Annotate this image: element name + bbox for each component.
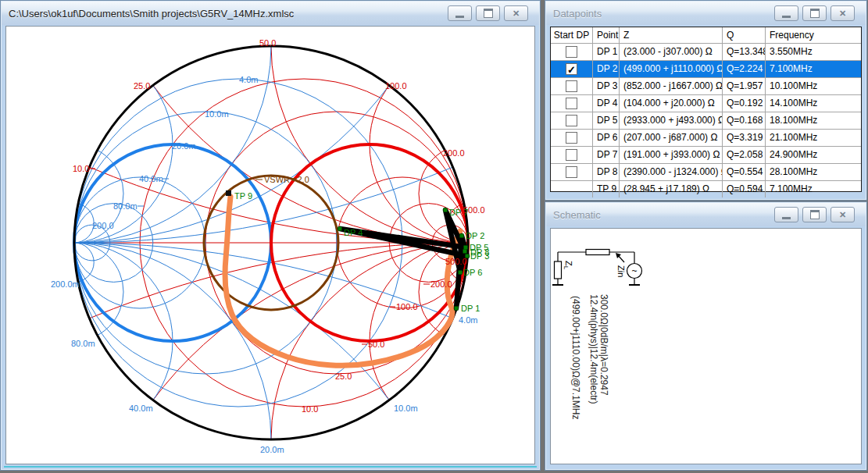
svg-text:100.0: 100.0	[385, 81, 407, 91]
datapoints-window-title: Datapoints	[546, 8, 602, 20]
startdp-checkbox[interactable]	[566, 166, 577, 178]
schematic-window-title: Schematic	[546, 209, 601, 221]
startdp-checkbox[interactable]	[566, 149, 577, 161]
tp9-marker[interactable]	[226, 190, 231, 196]
cell-point: DP 4	[593, 95, 620, 112]
smith-chart-window: C:\Users\ok1uf\Documents\Smith projects\…	[0, 0, 541, 471]
cell-frequency: 21.100MHz	[766, 130, 861, 146]
cell-q: Q=0.554	[723, 164, 766, 180]
tline-parameters-text: 300.0Ω|0dB/m|λ=0.294712.4m(phys)|12.4m(e…	[588, 294, 609, 404]
cell-z: (104.000 + j20.000) Ω	[620, 95, 723, 112]
svg-text:50.0: 50.0	[368, 340, 384, 349]
table-row-tp9[interactable]: TP 9 (28.945 + j17.189) Ω Q=0.594 7.100M…	[551, 181, 861, 197]
cell-point: DP 1	[593, 44, 620, 60]
svg-text:100.0: 100.0	[396, 302, 418, 311]
dp1-marker[interactable]	[455, 307, 459, 311]
cell-frequency: 7.100MHz	[766, 181, 861, 197]
vswr-label: VSWR =2.0	[255, 175, 309, 184]
cell-q: Q=2.224	[723, 61, 766, 77]
svg-text:200.0: 200.0	[443, 148, 465, 158]
startdp-checkbox[interactable]	[566, 132, 577, 144]
svg-text:10.0m: 10.0m	[205, 109, 229, 119]
maximize-icon	[810, 210, 820, 219]
svg-text:40.0m: 40.0m	[139, 174, 163, 183]
column-header-point[interactable]: Point	[593, 27, 620, 43]
startdp-checkbox[interactable]	[566, 98, 577, 109]
cell-frequency: 18.100MHz	[766, 112, 861, 129]
cell-q: Q=2.058	[723, 147, 766, 163]
table-row-dp7[interactable]: DP 7 (191.000 + j393.000) Ω Q=2.058 24.9…	[551, 147, 861, 164]
svg-text:4.0m: 4.0m	[239, 75, 258, 84]
svg-text:80.0m: 80.0m	[71, 339, 95, 348]
svg-text:500.0: 500.0	[445, 257, 467, 266]
cell-point: DP 5	[593, 112, 620, 129]
table-row-dp5[interactable]: DP 5 (2933.000 + j493.000) Ω Q=0.168 18.…	[551, 112, 861, 130]
dp4-marker[interactable]	[338, 227, 342, 231]
table-row-dp1[interactable]: DP 1 (23.000 - j307.000) Ω Q=13.348 3.55…	[551, 44, 861, 61]
maximize-icon	[484, 9, 493, 18]
column-header-q[interactable]: Q	[723, 27, 766, 43]
cell-frequency: 28.100MHz	[766, 164, 861, 180]
startdp-checkbox[interactable]	[566, 46, 577, 58]
close-button[interactable]: ✕	[830, 207, 855, 222]
column-header-z[interactable]: Z	[620, 27, 723, 43]
impedance-labels: 10.0 25.0 50.0 100.0 200.0 500.0 10.0 25…	[73, 38, 485, 414]
dp2-marker[interactable]	[460, 234, 464, 238]
cell-frequency: 24.900MHz	[766, 147, 861, 163]
dp5-marker[interactable]	[464, 246, 468, 250]
column-header-frequency[interactable]: Frequency	[766, 27, 861, 43]
cell-z: (28.945 + j17.189) Ω	[620, 181, 723, 197]
startdp-checkbox[interactable]	[566, 80, 577, 92]
cell-frequency: 3.550MHz	[766, 44, 861, 60]
maximize-button[interactable]	[476, 5, 500, 21]
dp7-marker[interactable]	[444, 208, 448, 212]
svg-text:DP 7: DP 7	[449, 208, 468, 217]
svg-text:10.0: 10.0	[73, 164, 89, 173]
minimize-button[interactable]	[774, 207, 798, 222]
svg-text:DP 2: DP 2	[466, 231, 484, 240]
column-header-startdp[interactable]: Start DP	[551, 27, 593, 43]
startdp-checkbox-checked[interactable]	[566, 63, 577, 75]
svg-text:200.0m: 200.0m	[51, 279, 80, 289]
close-button[interactable]: ✕	[504, 5, 528, 21]
svg-text:200.0: 200.0	[430, 279, 452, 289]
svg-text:50.0: 50.0	[259, 38, 276, 48]
svg-text:4.0m: 4.0m	[459, 315, 477, 325]
table-row-dp8[interactable]: DP 8 (2390.000 - j1324.000) Ω Q=0.554 28…	[551, 164, 861, 181]
svg-text:DP 1: DP 1	[461, 304, 480, 313]
load-impedance-text: (499.00+j1110.00)Ω@7.1MHz	[570, 296, 580, 419]
cell-q: Q=0.192	[723, 95, 766, 112]
maximize-button[interactable]	[802, 207, 827, 222]
schematic-titlebar[interactable]: Schematic ✕	[546, 203, 866, 226]
table-row-dp4[interactable]: DP 4 (104.000 + j20.000) Ω Q=0.192 14.10…	[551, 95, 861, 112]
cell-frequency: 7.100MHz	[766, 61, 861, 77]
svg-text:DP 6: DP 6	[463, 268, 482, 277]
smith-chart[interactable]: 10.0 25.0 50.0 100.0 200.0 500.0 10.0 25…	[6, 27, 534, 464]
svg-text:200.0: 200.0	[92, 221, 114, 230]
main-window-titlebar[interactable]: C:\Users\ok1uf\Documents\Smith projects\…	[2, 2, 539, 25]
minimize-button[interactable]	[774, 5, 798, 21]
minimize-icon	[782, 217, 791, 219]
cell-q: Q=3.319	[723, 130, 766, 146]
dp6-marker[interactable]	[459, 271, 463, 275]
minimize-button[interactable]	[448, 5, 472, 21]
maximize-button[interactable]	[802, 5, 827, 21]
table-row-dp3[interactable]: DP 3 (852.000 - j1667.000) Ω Q=1.957 10.…	[551, 78, 861, 95]
cell-q: Q=1.957	[723, 78, 766, 94]
close-button[interactable]: ✕	[830, 5, 855, 21]
table-row-dp2-selected[interactable]: DP 2 (499.000 + j1110.000) Ω Q=2.224 7.1…	[551, 61, 861, 78]
close-icon: ✕	[839, 9, 846, 18]
datapoints-titlebar[interactable]: Datapoints ✕	[546, 2, 866, 25]
chart-canvas-area[interactable]: 10.0 25.0 50.0 100.0 200.0 500.0 10.0 25…	[5, 26, 535, 464]
svg-text:VSWR =2.0: VSWR =2.0	[264, 175, 309, 184]
svg-text:DP 4: DP 4	[344, 228, 363, 237]
cell-point: DP 2	[593, 61, 620, 77]
dp3-marker[interactable]	[466, 254, 470, 258]
startdp-checkbox[interactable]	[566, 115, 577, 126]
schematic-canvas[interactable]: ~ ZL Zin 300.0Ω|0dB/m|λ=0.294712.4m(phys…	[550, 228, 862, 464]
table-row-dp6[interactable]: DP 6 (207.000 - j687.000) Ω Q=3.319 21.1…	[551, 130, 861, 147]
dp8-marker[interactable]	[463, 250, 467, 254]
main-window-title: C:\Users\ok1uf\Documents\Smith projects\…	[2, 8, 294, 20]
desktop: C:\Users\ok1uf\Documents\Smith projects\…	[0, 0, 868, 473]
datapoints-table: Start DP Point Z Q Frequency DP 1 (23.00…	[550, 27, 862, 192]
